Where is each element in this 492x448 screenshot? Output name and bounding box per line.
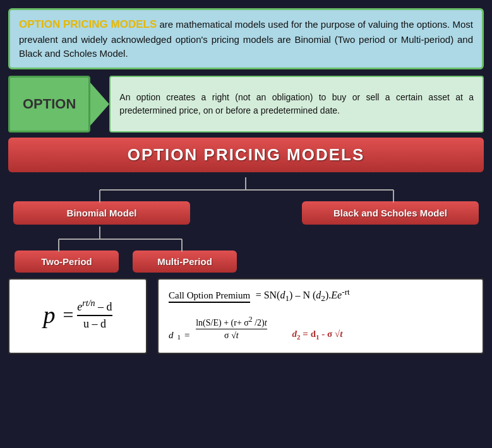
multi-period-btn[interactable]: Multi-Period: [133, 251, 237, 273]
d1-label: d: [169, 330, 174, 341]
fraction-denominator: u – d: [83, 316, 106, 331]
option-row: OPTION An option creates a right (not an…: [8, 76, 484, 133]
minus-d-num: – d: [98, 300, 112, 313]
black-scholes-btn[interactable]: Black and Scholes Model: [302, 201, 479, 225]
highlight-title: OPTION PRICING MODELS: [19, 18, 157, 30]
d1-denominator: σ √t: [224, 329, 239, 341]
call-title-row: Call Option Premium = SN(d1) – N (d2).Ee…: [169, 287, 472, 308]
d-sub-row: d1= ln(S/E) + (r+ σ2 /2)t σ √t d2 = d1 -…: [169, 315, 472, 341]
option-label: OPTION: [8, 76, 90, 133]
d2-formula: d: [292, 329, 297, 339]
formula-box-left: p = ert/n – d u – d: [8, 278, 147, 354]
binomial-formula: p = ert/n – d u – d: [43, 298, 112, 331]
arrow-connector: [90, 83, 109, 126]
formulas-row: p = ert/n – d u – d Call Option Premium …: [8, 278, 484, 440]
formula-box-right: Call Option Premium = SN(d1) – N (d2).Ee…: [157, 278, 484, 354]
main-fraction: ert/n – d u – d: [77, 298, 112, 331]
equals-symbol: =: [63, 304, 73, 326]
option-definition: An option creates a right (not an obliga…: [109, 76, 484, 133]
rt-over-n: rt/n: [82, 298, 95, 308]
info-box: OPTION PRICING MODELS are mathematical m…: [8, 8, 484, 69]
call-rhs: = SN(d1) – N (d2).Ee-rt: [253, 290, 350, 300]
d1-section: d1= ln(S/E) + (r+ σ2 /2)t σ √t: [169, 315, 267, 341]
d1-fraction: ln(S/E) + (r+ σ2 /2)t σ √t: [196, 315, 267, 341]
p-symbol: p: [43, 301, 55, 329]
call-option-label: Call Option Premium: [169, 290, 250, 303]
d2-section: d2 = d1 - σ √t: [292, 329, 343, 341]
level1-buttons: Binomial Model Black and Scholes Model: [8, 177, 484, 225]
d2-equals: = d1 - σ √t: [303, 329, 342, 339]
tree-level1-wrapper: Binomial Model Black and Scholes Model: [8, 177, 484, 221]
main-container: OPTION PRICING MODELS are mathematical m…: [3, 3, 489, 445]
d1-subscript: 1: [177, 333, 181, 341]
fraction-numerator: ert/n – d: [77, 298, 112, 316]
main-title: OPTION PRICING MODELS: [8, 138, 484, 172]
binomial-model-btn[interactable]: Binomial Model: [13, 201, 190, 225]
level2-buttons: Two-Period Multi-Period: [8, 227, 484, 273]
two-period-btn[interactable]: Two-Period: [15, 251, 119, 273]
d1-numerator: ln(S/E) + (r+ σ2 /2)t: [196, 315, 267, 330]
d2-subscript: 2: [297, 333, 301, 341]
tree-level2-wrapper: Two-Period Multi-Period: [8, 227, 484, 271]
